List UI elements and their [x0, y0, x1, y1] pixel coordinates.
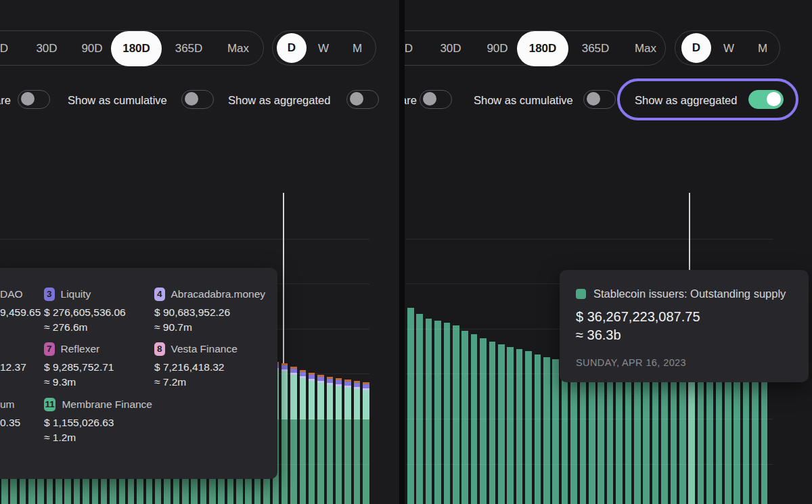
bar[interactable] [290, 367, 297, 504]
bar[interactable] [625, 371, 632, 504]
bar-segment [317, 383, 324, 419]
issuer-value: $ 7,216,418.32 [154, 361, 273, 373]
legend-tooltip: DAO 9,459.65 3Liquity $ 276,605,536.06 ≈… [0, 268, 277, 479]
bar[interactable] [634, 371, 641, 504]
bar[interactable] [597, 367, 604, 504]
legend-item: 7Reflexer $ 9,285,752.71 ≈ 9.3m [44, 342, 152, 388]
issuer-approx: ≈ 9.3m [44, 376, 152, 388]
issuer-value: $ 1,155,026.63 [44, 417, 152, 429]
bar[interactable] [489, 342, 496, 504]
issuer-name: 11Membrane Finance [44, 398, 152, 411]
bar[interactable] [300, 370, 307, 504]
issuer-name: DAO [0, 288, 42, 301]
issuer-approx: ≈ 90.7m [154, 321, 273, 334]
bar[interactable] [698, 376, 704, 504]
issuer-approx: ≈ 276.6m [44, 321, 152, 334]
bar[interactable] [317, 375, 324, 504]
issuer-name [0, 342, 42, 356]
legend-item-partial: um 0.35 [0, 398, 42, 429]
panel-before-aggregation: D 30D 90D 180D 365D Max D W M are Show a… [0, 0, 399, 504]
bar-segment [309, 379, 315, 381]
bar[interactable] [516, 349, 523, 504]
bar[interactable] [336, 378, 342, 504]
bar[interactable] [679, 375, 686, 504]
bar[interactable] [309, 373, 315, 504]
tooltip-title: Stablecoin issuers: Outstanding supply [593, 288, 786, 300]
bar-segment [281, 371, 288, 419]
bar[interactable] [570, 363, 577, 504]
legend-item: 8Vesta Finance $ 7,216,418.32 ≈ 7.2m [154, 342, 273, 388]
bar[interactable] [661, 373, 668, 504]
issuer-approx: ≈ 1.2m [44, 432, 152, 444]
tooltip-date: SUNDAY, APR 16, 2023 [576, 357, 792, 368]
legend-item: 11Membrane Finance $ 1,155,026.63 ≈ 1.2m [44, 398, 152, 444]
tooltip-title-row: Stablecoin issuers: Outstanding supply [576, 288, 792, 300]
bar[interactable] [752, 380, 759, 504]
bar[interactable] [716, 377, 723, 504]
bar[interactable] [535, 354, 541, 504]
app-comparison-screenshot: D 30D 90D 180D 365D Max D W M are Show a… [0, 0, 812, 504]
bar[interactable] [434, 321, 441, 504]
bar[interactable] [407, 308, 414, 504]
bar[interactable] [507, 347, 514, 504]
bar-segment [317, 381, 324, 383]
bar[interactable] [725, 378, 731, 504]
bar[interactable] [688, 375, 695, 504]
issuer-name: 7Reflexer [44, 342, 152, 356]
bar[interactable] [480, 338, 487, 504]
bar-segment [363, 388, 369, 390]
bar-segment [336, 384, 342, 386]
bar[interactable] [734, 379, 740, 504]
bar[interactable] [580, 365, 587, 504]
bar[interactable] [498, 344, 505, 504]
bar[interactable] [607, 369, 614, 504]
gridline [0, 239, 369, 239]
bar[interactable] [281, 363, 288, 504]
panel-after-aggregation: D 30D 90D 180D 365D Max D W M are Show a… [405, 0, 812, 504]
issuer-name: um [0, 398, 42, 411]
bar-segment [354, 387, 361, 389]
bar-segment [344, 388, 351, 419]
issuer-value: $ 90,683,952.26 [154, 306, 273, 319]
gridline [406, 464, 773, 465]
bar-segment [290, 375, 297, 419]
bar[interactable] [543, 357, 550, 504]
bar[interactable] [444, 323, 451, 504]
bar[interactable] [344, 380, 351, 504]
legend-item-partial: 12.37 [0, 342, 42, 373]
bar[interactable] [416, 314, 423, 504]
bar-segment [327, 385, 334, 419]
bar[interactable] [562, 361, 568, 504]
bar[interactable] [552, 359, 559, 504]
bar[interactable] [671, 374, 677, 504]
bar[interactable] [743, 380, 750, 504]
issuer-name: 8Vesta Finance [154, 342, 273, 356]
bar[interactable] [354, 381, 361, 504]
issuer-value: 12.37 [0, 361, 42, 373]
rank-badge: 4 [154, 288, 165, 301]
bar[interactable] [761, 381, 768, 504]
bar-segment [300, 376, 307, 378]
aggregated-bar-chart [405, 0, 812, 504]
tooltip-value: $ 36,267,223,087.75 [576, 309, 792, 325]
bar[interactable] [461, 331, 468, 504]
issuer-value: $ 9,285,752.71 [44, 361, 152, 373]
gridline [406, 239, 773, 239]
bar-segment [327, 383, 334, 385]
bar[interactable] [652, 373, 659, 504]
bar[interactable] [453, 325, 459, 504]
bar[interactable] [589, 366, 595, 504]
bar[interactable] [643, 372, 650, 504]
rank-badge: 11 [44, 398, 55, 411]
value-tooltip: Stablecoin issuers: Outstanding supply $… [560, 270, 809, 382]
rank-badge: 8 [154, 342, 165, 356]
bar[interactable] [363, 382, 369, 504]
bar[interactable] [706, 377, 713, 504]
bar-segment [336, 386, 342, 419]
bar[interactable] [616, 370, 623, 504]
bar[interactable] [426, 319, 432, 504]
issuer-name: 4Abracadabra.money [154, 288, 273, 301]
legend-item: 3Liquity $ 276,605,536.06 ≈ 276.6m [44, 288, 152, 334]
bar[interactable] [327, 377, 334, 504]
bar-segment [300, 378, 307, 419]
